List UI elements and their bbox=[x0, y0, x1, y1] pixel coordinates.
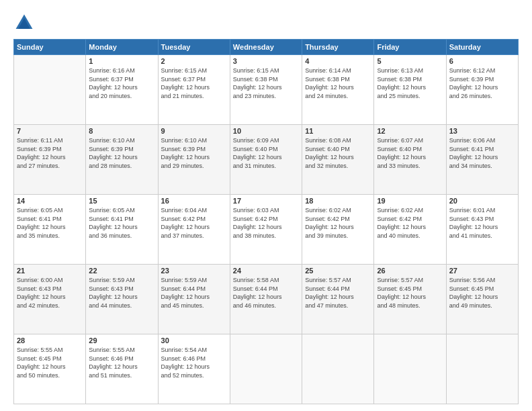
cell-content: Sunrise: 6:04 AM Sunset: 6:42 PM Dayligh… bbox=[161, 206, 227, 240]
calendar-cell: 5Sunrise: 6:13 AM Sunset: 6:38 PM Daylig… bbox=[374, 55, 446, 125]
day-header-saturday: Saturday bbox=[446, 40, 518, 55]
day-number: 24 bbox=[233, 267, 299, 275]
calendar-cell: 25Sunrise: 5:57 AM Sunset: 6:44 PM Dayli… bbox=[302, 265, 374, 334]
page: SundayMondayTuesdayWednesdayThursdayFrid… bbox=[0, 0, 532, 411]
day-number: 18 bbox=[305, 197, 371, 205]
week-row-5: 28Sunrise: 5:55 AM Sunset: 6:45 PM Dayli… bbox=[14, 334, 519, 404]
calendar-cell: 28Sunrise: 5:55 AM Sunset: 6:45 PM Dayli… bbox=[14, 334, 86, 404]
cell-content: Sunrise: 5:59 AM Sunset: 6:44 PM Dayligh… bbox=[161, 276, 227, 310]
day-number: 6 bbox=[449, 57, 515, 65]
cell-content: Sunrise: 6:08 AM Sunset: 6:40 PM Dayligh… bbox=[305, 136, 371, 170]
week-row-1: 1Sunrise: 6:16 AM Sunset: 6:37 PM Daylig… bbox=[14, 55, 519, 125]
day-number: 1 bbox=[89, 57, 154, 65]
cell-content: Sunrise: 5:58 AM Sunset: 6:44 PM Dayligh… bbox=[233, 276, 299, 310]
calendar-cell: 9Sunrise: 6:10 AM Sunset: 6:39 PM Daylig… bbox=[158, 125, 230, 195]
cell-content: Sunrise: 5:56 AM Sunset: 6:45 PM Dayligh… bbox=[449, 276, 515, 310]
cell-content: Sunrise: 6:16 AM Sunset: 6:37 PM Dayligh… bbox=[89, 66, 154, 100]
cell-content: Sunrise: 6:06 AM Sunset: 6:41 PM Dayligh… bbox=[449, 136, 515, 170]
cell-content: Sunrise: 6:13 AM Sunset: 6:38 PM Dayligh… bbox=[377, 66, 443, 100]
calendar-cell: 15Sunrise: 6:05 AM Sunset: 6:41 PM Dayli… bbox=[86, 195, 158, 265]
day-number: 13 bbox=[449, 127, 515, 135]
day-number: 23 bbox=[161, 267, 227, 275]
cell-content: Sunrise: 6:03 AM Sunset: 6:42 PM Dayligh… bbox=[233, 206, 299, 240]
day-number: 30 bbox=[161, 336, 227, 345]
cell-content: Sunrise: 6:09 AM Sunset: 6:40 PM Dayligh… bbox=[233, 136, 299, 170]
cell-content: Sunrise: 6:05 AM Sunset: 6:41 PM Dayligh… bbox=[89, 206, 154, 240]
day-number: 25 bbox=[305, 267, 371, 275]
day-number: 16 bbox=[161, 197, 227, 205]
day-number: 19 bbox=[377, 197, 443, 205]
cell-content: Sunrise: 6:10 AM Sunset: 6:39 PM Dayligh… bbox=[89, 136, 154, 170]
calendar-cell: 13Sunrise: 6:06 AM Sunset: 6:41 PM Dayli… bbox=[446, 125, 518, 195]
day-number: 28 bbox=[17, 336, 83, 345]
cell-content: Sunrise: 6:10 AM Sunset: 6:39 PM Dayligh… bbox=[161, 136, 227, 170]
week-row-3: 14Sunrise: 6:05 AM Sunset: 6:41 PM Dayli… bbox=[14, 195, 519, 265]
calendar-cell bbox=[446, 334, 518, 404]
day-number: 7 bbox=[17, 127, 83, 135]
day-number: 14 bbox=[17, 197, 83, 205]
cell-content: Sunrise: 5:55 AM Sunset: 6:46 PM Dayligh… bbox=[89, 346, 154, 379]
cell-content: Sunrise: 6:11 AM Sunset: 6:39 PM Dayligh… bbox=[17, 136, 83, 170]
calendar-cell bbox=[374, 334, 446, 404]
calendar-cell: 18Sunrise: 6:02 AM Sunset: 6:42 PM Dayli… bbox=[302, 195, 374, 265]
day-number: 21 bbox=[17, 267, 83, 275]
calendar-cell: 8Sunrise: 6:10 AM Sunset: 6:39 PM Daylig… bbox=[86, 125, 158, 195]
day-header-tuesday: Tuesday bbox=[158, 40, 230, 55]
calendar-cell bbox=[230, 334, 302, 404]
calendar-cell: 16Sunrise: 6:04 AM Sunset: 6:42 PM Dayli… bbox=[158, 195, 230, 265]
cell-content: Sunrise: 6:02 AM Sunset: 6:42 PM Dayligh… bbox=[305, 206, 371, 240]
calendar-cell: 6Sunrise: 6:12 AM Sunset: 6:39 PM Daylig… bbox=[446, 55, 518, 125]
cell-content: Sunrise: 5:57 AM Sunset: 6:44 PM Dayligh… bbox=[305, 276, 371, 310]
day-number: 15 bbox=[89, 197, 154, 205]
day-number: 26 bbox=[377, 267, 443, 275]
cell-content: Sunrise: 6:00 AM Sunset: 6:43 PM Dayligh… bbox=[17, 276, 83, 310]
calendar-cell: 23Sunrise: 5:59 AM Sunset: 6:44 PM Dayli… bbox=[158, 265, 230, 334]
day-number: 20 bbox=[449, 197, 515, 205]
calendar-cell bbox=[14, 55, 86, 125]
logo-icon bbox=[13, 12, 35, 34]
calendar-cell: 12Sunrise: 6:07 AM Sunset: 6:40 PM Dayli… bbox=[374, 125, 446, 195]
day-number: 2 bbox=[161, 57, 227, 65]
calendar-cell: 7Sunrise: 6:11 AM Sunset: 6:39 PM Daylig… bbox=[14, 125, 86, 195]
calendar-cell: 14Sunrise: 6:05 AM Sunset: 6:41 PM Dayli… bbox=[14, 195, 86, 265]
calendar-cell bbox=[302, 334, 374, 404]
calendar-table: SundayMondayTuesdayWednesdayThursdayFrid… bbox=[13, 39, 519, 404]
week-row-4: 21Sunrise: 6:00 AM Sunset: 6:43 PM Dayli… bbox=[14, 265, 519, 334]
calendar-cell: 27Sunrise: 5:56 AM Sunset: 6:45 PM Dayli… bbox=[446, 265, 518, 334]
day-headers-row: SundayMondayTuesdayWednesdayThursdayFrid… bbox=[14, 40, 519, 55]
cell-content: Sunrise: 6:14 AM Sunset: 6:38 PM Dayligh… bbox=[305, 66, 371, 100]
cell-content: Sunrise: 6:05 AM Sunset: 6:41 PM Dayligh… bbox=[17, 206, 83, 240]
cell-content: Sunrise: 6:15 AM Sunset: 6:37 PM Dayligh… bbox=[161, 66, 227, 100]
day-header-friday: Friday bbox=[374, 40, 446, 55]
calendar-cell: 30Sunrise: 5:54 AM Sunset: 6:46 PM Dayli… bbox=[158, 334, 230, 404]
day-number: 22 bbox=[89, 267, 154, 275]
calendar-cell: 20Sunrise: 6:01 AM Sunset: 6:43 PM Dayli… bbox=[446, 195, 518, 265]
calendar-cell: 17Sunrise: 6:03 AM Sunset: 6:42 PM Dayli… bbox=[230, 195, 302, 265]
calendar-cell: 3Sunrise: 6:15 AM Sunset: 6:38 PM Daylig… bbox=[230, 55, 302, 125]
header bbox=[13, 12, 519, 34]
week-row-2: 7Sunrise: 6:11 AM Sunset: 6:39 PM Daylig… bbox=[14, 125, 519, 195]
calendar-cell: 29Sunrise: 5:55 AM Sunset: 6:46 PM Dayli… bbox=[86, 334, 158, 404]
cell-content: Sunrise: 5:54 AM Sunset: 6:46 PM Dayligh… bbox=[161, 346, 227, 379]
day-number: 9 bbox=[161, 127, 227, 135]
day-number: 17 bbox=[233, 197, 299, 205]
day-header-thursday: Thursday bbox=[302, 40, 374, 55]
calendar-cell: 22Sunrise: 5:59 AM Sunset: 6:43 PM Dayli… bbox=[86, 265, 158, 334]
day-number: 8 bbox=[89, 127, 154, 135]
day-number: 10 bbox=[233, 127, 299, 135]
day-number: 11 bbox=[305, 127, 371, 135]
cell-content: Sunrise: 5:55 AM Sunset: 6:45 PM Dayligh… bbox=[17, 346, 83, 379]
calendar-cell: 26Sunrise: 5:57 AM Sunset: 6:45 PM Dayli… bbox=[374, 265, 446, 334]
cell-content: Sunrise: 5:57 AM Sunset: 6:45 PM Dayligh… bbox=[377, 276, 443, 310]
calendar-cell: 2Sunrise: 6:15 AM Sunset: 6:37 PM Daylig… bbox=[158, 55, 230, 125]
day-number: 5 bbox=[377, 57, 443, 65]
logo bbox=[13, 12, 38, 34]
calendar-cell: 1Sunrise: 6:16 AM Sunset: 6:37 PM Daylig… bbox=[86, 55, 158, 125]
calendar-cell: 11Sunrise: 6:08 AM Sunset: 6:40 PM Dayli… bbox=[302, 125, 374, 195]
cell-content: Sunrise: 6:12 AM Sunset: 6:39 PM Dayligh… bbox=[449, 66, 515, 100]
calendar-cell: 4Sunrise: 6:14 AM Sunset: 6:38 PM Daylig… bbox=[302, 55, 374, 125]
day-number: 29 bbox=[89, 336, 154, 345]
cell-content: Sunrise: 6:07 AM Sunset: 6:40 PM Dayligh… bbox=[377, 136, 443, 170]
cell-content: Sunrise: 6:15 AM Sunset: 6:38 PM Dayligh… bbox=[233, 66, 299, 100]
cell-content: Sunrise: 6:01 AM Sunset: 6:43 PM Dayligh… bbox=[449, 206, 515, 240]
